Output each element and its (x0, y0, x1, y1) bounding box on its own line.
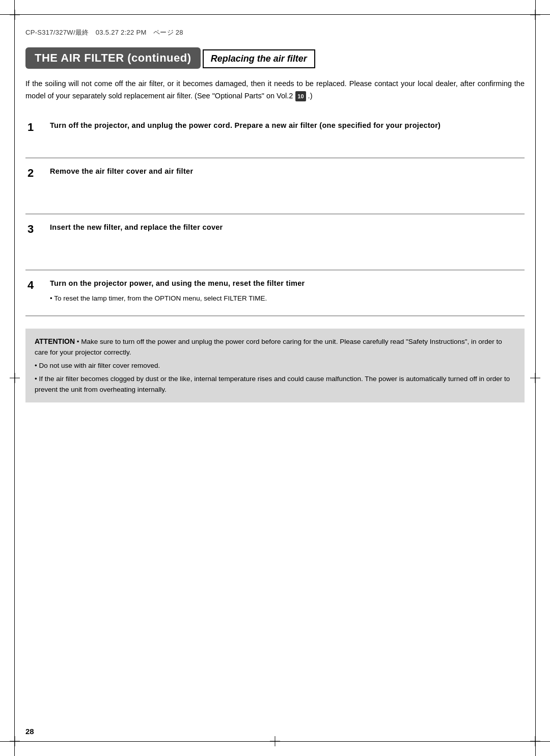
step-title-3: Insert the new filter, and replace the f… (50, 223, 223, 231)
crosshair-mid-left (10, 373, 20, 383)
attention-bullet-1: • Do not use with air filter cover remov… (35, 360, 515, 371)
step-number-3: 3 (25, 222, 50, 236)
intro-text-main: If the soiling will not come off the air… (25, 79, 525, 100)
step-title-1: Turn off the projector, and unplug the p… (50, 121, 441, 129)
crosshair-top-left (10, 10, 20, 20)
step-number-4: 4 (25, 278, 50, 292)
crosshair-mid-right (530, 373, 540, 383)
vol-badge: 10 (295, 91, 306, 101)
step-row-1: 1 Turn off the projector, and unplug the… (25, 113, 525, 158)
step-content-2: Remove the air filter cover and air filt… (50, 166, 525, 178)
step-content-3: Insert the new filter, and replace the f… (50, 222, 525, 234)
attention-label: ATTENTION (35, 337, 75, 345)
crosshair-bottom-center (270, 736, 280, 746)
step-title-4: Turn on the projector power, and using t… (50, 278, 525, 290)
crosshair-bottom-right (530, 736, 540, 746)
step-title-2: Remove the air filter cover and air filt… (50, 167, 193, 175)
step-number-2: 2 (25, 166, 50, 180)
step-row-4: 4 Turn on the projector power, and using… (25, 271, 525, 316)
step-row-3: 3 Insert the new filter, and replace the… (25, 214, 525, 271)
step-number-1: 1 (25, 120, 50, 134)
attention-box: ATTENTION • Make sure to turn off the po… (25, 329, 525, 402)
intro-text-suffix: .) (306, 92, 313, 100)
page-wrapper: CP-S317/327W/最終 03.5.27 2:22 PM ページ 28 T… (0, 0, 550, 756)
step-note-4: • To reset the lamp timer, from the OPTI… (50, 293, 525, 304)
content-area: CP-S317/327W/最終 03.5.27 2:22 PM ページ 28 T… (25, 25, 525, 731)
attention-paragraph-1: ATTENTION • Make sure to turn off the po… (35, 336, 515, 358)
border-top (0, 14, 550, 15)
attention-bullet-2: • If the air filter becomes clogged by d… (35, 373, 515, 395)
section-heading-text: Replacing the air filter (211, 53, 307, 64)
section-heading-box: Replacing the air filter (203, 49, 315, 68)
page-title: THE AIR FILTER (continued) (25, 47, 201, 69)
crosshair-bottom-left (10, 736, 20, 746)
crosshair-top-right (530, 10, 540, 20)
meta-header: CP-S317/327W/最終 03.5.27 2:22 PM ページ 28 (25, 25, 525, 37)
step-content-4: Turn on the projector power, and using t… (50, 278, 525, 304)
step-content-1: Turn off the projector, and unplug the p… (50, 120, 525, 132)
attention-text-1: • Make sure to turn off the power and un… (35, 338, 502, 357)
step-row-2: 2 Remove the air filter cover and air fi… (25, 158, 525, 214)
intro-paragraph: If the soiling will not come off the air… (25, 78, 525, 102)
page-number: 28 (25, 727, 34, 736)
steps-container: 1 Turn off the projector, and unplug the… (25, 113, 525, 316)
